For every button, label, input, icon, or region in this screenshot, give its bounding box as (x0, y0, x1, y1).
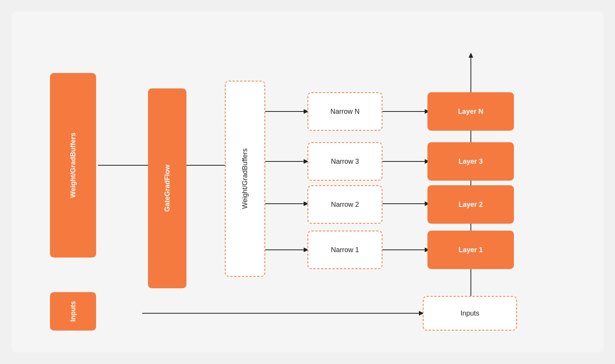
weight-grad-buffers-left: Weight/GradBuffers (50, 73, 96, 258)
layer-n: Layer N (427, 92, 514, 131)
narrow-3: Narrow 3 (308, 142, 382, 181)
layer-3: Layer 3 (427, 142, 514, 181)
weight-grad-buffers-dashed: Weight/GradBuffers (225, 81, 265, 277)
gate-grad-flow: GateGradFlow (148, 88, 186, 288)
inputs-left: Inputs (50, 292, 96, 331)
diagram-canvas: Weight/GradBuffers GateGradFlow Weight/G… (12, 12, 603, 352)
inputs-bottom: Inputs (423, 296, 517, 331)
narrow-1: Narrow 1 (308, 231, 382, 269)
layer-1: Layer 1 (427, 231, 514, 269)
narrow-2: Narrow 2 (308, 185, 382, 224)
narrow-n: Narrow N (308, 92, 382, 131)
layer-2: Layer 2 (427, 185, 514, 224)
svg-marker-24 (469, 53, 473, 58)
